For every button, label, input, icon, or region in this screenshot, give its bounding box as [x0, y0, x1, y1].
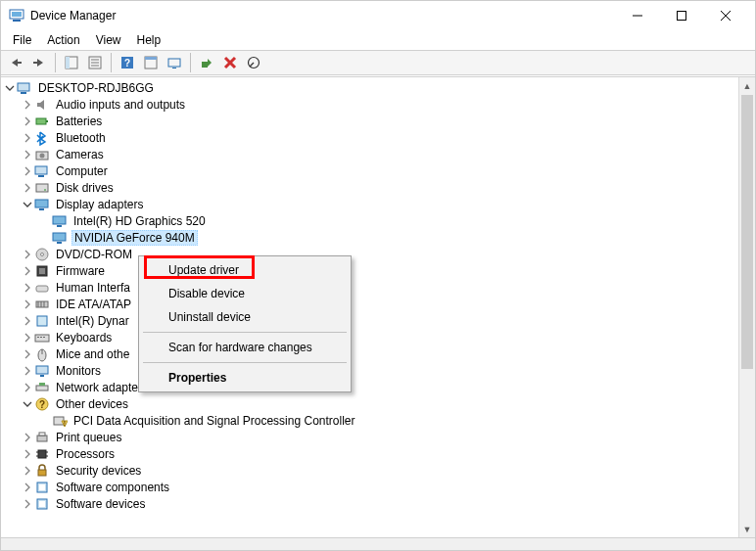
context-menu-item-scan-for-hardware-changes[interactable]: Scan for hardware changes — [141, 336, 349, 359]
node-label[interactable]: Other devices — [54, 397, 130, 411]
tree-category[interactable]: Batteries — [3, 113, 738, 129]
tree-category[interactable]: Software devices — [3, 495, 738, 512]
node-label[interactable]: Keyboards — [54, 331, 114, 344]
scroll-down-button[interactable]: ▼ — [739, 521, 755, 537]
vertical-scrollbar[interactable]: ▲ ▼ — [738, 77, 755, 537]
tree-category[interactable]: Print queues — [3, 429, 738, 445]
menu-view[interactable]: View — [88, 31, 129, 49]
expand-icon[interactable] — [21, 148, 34, 161]
uninstall-button[interactable] — [219, 52, 241, 73]
menu-file[interactable]: File — [5, 31, 39, 49]
expand-icon[interactable] — [21, 131, 34, 145]
node-label[interactable]: PCI Data Acquisition and Signal Processi… — [71, 414, 356, 428]
scan-hardware-button[interactable] — [164, 52, 185, 73]
expand-icon[interactable] — [21, 331, 34, 344]
node-label[interactable]: Processors — [54, 447, 117, 461]
node-label[interactable]: Security devices — [54, 464, 143, 478]
expand-icon[interactable] — [21, 298, 34, 311]
update-driver-button[interactable] — [196, 52, 217, 73]
collapse-icon[interactable] — [21, 397, 34, 411]
node-label[interactable]: Disk drives — [54, 181, 116, 195]
node-label[interactable]: Batteries — [54, 115, 104, 128]
tree-category[interactable]: Disk drives — [3, 179, 738, 196]
tree-category[interactable]: Intel(R) Dynar — [3, 312, 738, 329]
context-menu-item-properties[interactable]: Properties — [141, 366, 349, 390]
node-label[interactable]: Monitors — [54, 364, 103, 378]
maximize-button[interactable] — [659, 1, 703, 30]
node-label[interactable]: Intel(R) HD Graphics 520 — [71, 214, 208, 228]
context-menu-item-disable-device[interactable]: Disable device — [141, 282, 349, 305]
help-button[interactable]: ? — [117, 52, 138, 73]
node-label[interactable]: Software components — [54, 481, 171, 494]
expand-icon[interactable] — [21, 264, 34, 278]
node-label[interactable]: IDE ATA/ATAP — [54, 298, 133, 311]
tree-category[interactable]: Software components — [3, 479, 738, 495]
tree-category[interactable]: Mice and othe — [3, 345, 738, 362]
node-label[interactable]: Bluetooth — [54, 131, 108, 145]
node-label[interactable]: Audio inputs and outputs — [54, 98, 187, 112]
expand-icon[interactable] — [21, 497, 34, 511]
expand-icon[interactable] — [21, 347, 34, 361]
tree-category[interactable]: Keyboards — [3, 329, 738, 345]
node-label[interactable]: Print queues — [54, 431, 123, 444]
tree-device[interactable]: Intel(R) HD Graphics 520 — [3, 212, 738, 229]
minimize-button[interactable] — [615, 1, 659, 30]
tree-device[interactable]: !PCI Data Acquisition and Signal Process… — [3, 412, 738, 429]
back-button[interactable] — [5, 52, 26, 73]
expand-icon[interactable] — [21, 431, 34, 444]
expand-icon[interactable] — [21, 314, 34, 328]
menu-help[interactable]: Help — [129, 31, 169, 49]
scroll-thumb[interactable] — [741, 95, 753, 369]
tree-root[interactable]: DESKTOP-RDJB6GG — [3, 79, 738, 96]
node-label[interactable]: DVD/CD-ROM — [54, 248, 134, 261]
node-label[interactable]: Cameras — [54, 148, 106, 161]
tree-category[interactable]: Processors — [3, 445, 738, 462]
expand-icon[interactable] — [21, 164, 34, 178]
expand-icon[interactable] — [21, 481, 34, 494]
show-hide-tree-button[interactable] — [61, 52, 82, 73]
expand-icon[interactable] — [21, 248, 34, 261]
tree-category[interactable]: Computer — [3, 162, 738, 179]
node-label[interactable]: Software devices — [54, 497, 147, 511]
device-tree[interactable]: DESKTOP-RDJB6GGAudio inputs and outputsB… — [1, 77, 738, 537]
tree-category[interactable]: Bluetooth — [3, 129, 738, 146]
expand-icon[interactable] — [21, 381, 34, 394]
expand-icon[interactable] — [21, 464, 34, 478]
tree-category[interactable]: Display adapters — [3, 196, 738, 212]
node-label[interactable]: Display adapters — [54, 198, 145, 211]
tree-category[interactable]: IDE ATA/ATAP — [3, 296, 738, 312]
expand-icon[interactable] — [21, 181, 34, 195]
expand-icon[interactable] — [21, 281, 34, 295]
tree-category[interactable]: DVD/CD-ROM — [3, 246, 738, 262]
disable-button[interactable] — [243, 52, 264, 73]
tree-category[interactable]: ?Other devices — [3, 395, 738, 412]
node-label[interactable]: Network adapters — [54, 381, 150, 394]
properties-button[interactable] — [84, 52, 106, 73]
node-label[interactable]: Computer — [54, 164, 110, 178]
expand-icon[interactable] — [21, 98, 34, 112]
node-label[interactable]: Human Interfa — [54, 281, 132, 295]
close-button[interactable] — [703, 1, 747, 30]
collapse-icon[interactable] — [21, 198, 34, 211]
tree-category[interactable]: Human Interfa — [3, 279, 738, 296]
expand-icon[interactable] — [21, 115, 34, 128]
tree-category[interactable]: Network adapters — [3, 379, 738, 395]
tree-category[interactable]: Security devices — [3, 462, 738, 479]
context-menu-item-update-driver[interactable]: Update driver — [141, 258, 349, 282]
scroll-up-button[interactable]: ▲ — [739, 77, 755, 94]
expand-icon[interactable] — [21, 364, 34, 378]
context-menu-item-uninstall-device[interactable]: Uninstall device — [141, 305, 349, 329]
node-label[interactable]: NVIDIA GeForce 940M — [71, 230, 198, 246]
tree-category[interactable]: Cameras — [3, 146, 738, 162]
node-label[interactable]: Mice and othe — [54, 347, 131, 361]
tree-category[interactable]: Firmware — [3, 262, 738, 279]
node-label[interactable]: Intel(R) Dynar — [54, 314, 131, 328]
collapse-icon[interactable] — [3, 81, 17, 95]
action-button[interactable] — [140, 52, 162, 73]
forward-button[interactable] — [28, 52, 50, 73]
node-label[interactable]: Firmware — [54, 264, 107, 278]
node-label[interactable]: DESKTOP-RDJB6GG — [36, 81, 156, 95]
menu-action[interactable]: Action — [39, 31, 87, 49]
tree-category[interactable]: Monitors — [3, 362, 738, 379]
tree-device[interactable]: NVIDIA GeForce 940M — [3, 229, 738, 246]
